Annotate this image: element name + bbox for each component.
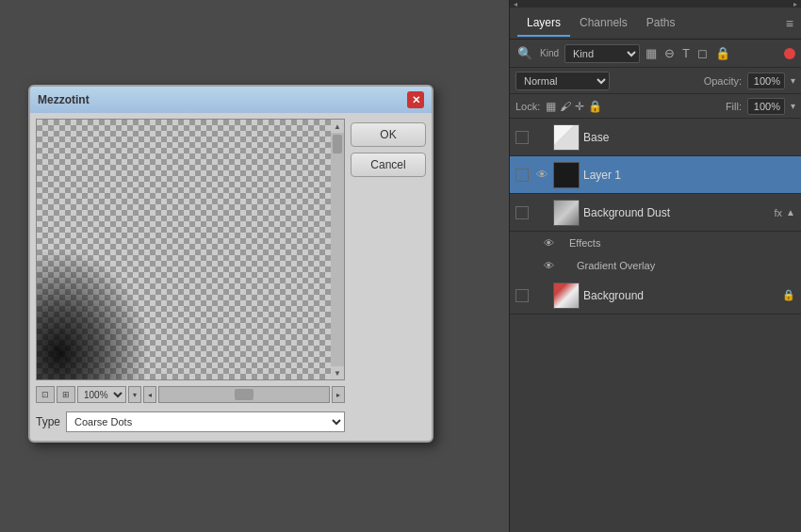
kind-select[interactable]: Kind: [564, 44, 640, 63]
lock-all-icon[interactable]: 🔒: [588, 100, 602, 113]
fill-label: Fill:: [726, 101, 742, 112]
status-dot: [784, 48, 795, 59]
lock-pixels-icon[interactable]: ▦: [546, 100, 556, 113]
opacity-label: Opacity:: [704, 75, 742, 87]
layer-checkbox-layer1[interactable]: [515, 169, 529, 182]
fill-chevron-icon[interactable]: ▾: [791, 101, 795, 111]
lock-position-icon[interactable]: ✛: [575, 100, 584, 113]
zoom-select[interactable]: 100% 50% 200%: [77, 386, 126, 403]
type-label: Type: [36, 415, 60, 428]
preview-vscrollbar: ▲ ▼: [331, 120, 344, 379]
layer-thumb-layer1: [553, 162, 580, 188]
dialog-title: Mezzotint: [38, 93, 401, 106]
layer-vis-layer1[interactable]: 👁: [534, 168, 549, 182]
lock-icons-group: ▦ 🖌 ✛ 🔒: [546, 100, 602, 113]
vscroll-down-button[interactable]: ▼: [331, 366, 344, 379]
sub-layer-effects[interactable]: 👁 Effects: [510, 232, 801, 254]
layer-fx-dust: fx: [775, 207, 783, 218]
vscroll-thumb[interactable]: [333, 135, 342, 153]
tab-channels[interactable]: Channels: [570, 10, 637, 37]
layer-item-dust[interactable]: Background Dust fx ▲: [510, 194, 801, 232]
lock-label: Lock:: [515, 101, 540, 112]
lock-paint-icon[interactable]: 🖌: [560, 100, 571, 113]
preview-canvas: ▲ ▼: [36, 119, 345, 380]
lock-row: Lock: ▦ 🖌 ✛ 🔒 Fill: ▾: [510, 94, 801, 119]
type-row: Type Coarse Dots Fine Dots Grain Coarse …: [36, 409, 345, 435]
layers-panel: ◂ ▸ Layers Channels Paths ≡ 🔍 Kind Kind …: [509, 0, 801, 532]
kind-label: Kind: [538, 47, 561, 59]
hscroll-thumb[interactable]: [235, 389, 253, 400]
kind-toolbar: 🔍 Kind Kind ▦ ⊖ T ◻ 🔒: [510, 40, 801, 68]
layer-item-layer1[interactable]: 👁 Layer 1: [510, 156, 801, 194]
panel-collapse-bar: ◂ ▸: [510, 0, 801, 8]
smart-icon[interactable]: 🔒: [713, 45, 732, 61]
layer-name-layer1: Layer 1: [583, 169, 795, 182]
zoom-down-arrow[interactable]: ▾: [128, 386, 141, 403]
layer-expand-icon[interactable]: ▲: [786, 207, 795, 218]
vscroll-track: [331, 133, 344, 366]
sub-layer-eye-icon[interactable]: 👁: [544, 237, 554, 249]
sub-layer-gradient-eye-icon[interactable]: 👁: [544, 260, 554, 271]
layer-name-background: Background: [583, 289, 778, 302]
layer-item-background[interactable]: Background 🔒: [510, 277, 801, 314]
layer-checkbox-dust[interactable]: [515, 206, 529, 219]
sub-layer-gradient-name: Gradient Overlay: [577, 260, 655, 271]
opacity-chevron-icon[interactable]: ▾: [791, 75, 795, 86]
hscroll-right-button[interactable]: ▸: [332, 386, 345, 403]
dialog-close-button[interactable]: ✕: [407, 91, 424, 108]
layer-thumb-base: [553, 124, 580, 151]
cancel-button[interactable]: Cancel: [351, 153, 426, 177]
layer-checkbox-background[interactable]: [515, 289, 529, 302]
layer-thumb-background: [553, 282, 580, 309]
type-icon[interactable]: T: [680, 45, 692, 61]
search-icon: 🔍: [515, 45, 534, 61]
layer-lock-bg-icon: 🔒: [782, 289, 795, 301]
layer-checkbox-base[interactable]: [515, 131, 529, 144]
dialog-titlebar: Mezzotint ✕: [30, 87, 432, 113]
hscroll-left-button[interactable]: ◂: [143, 386, 156, 403]
vscroll-up-button[interactable]: ▲: [331, 120, 344, 133]
dialog-buttons: OK Cancel: [351, 119, 426, 435]
panel-menu-icon[interactable]: ≡: [786, 16, 793, 31]
fill-input[interactable]: [747, 98, 785, 115]
blend-mode-select[interactable]: Normal: [515, 72, 610, 90]
sub-layer-gradient[interactable]: 👁 Gradient Overlay: [510, 254, 801, 277]
layer-name-base: Base: [583, 131, 795, 144]
type-select[interactable]: Coarse Dots Fine Dots Grain Coarse Grain…: [66, 411, 345, 432]
zoom-fit-button[interactable]: ⊡: [36, 386, 55, 403]
adjust-icon[interactable]: ⊖: [662, 45, 677, 61]
ok-button[interactable]: OK: [351, 122, 426, 147]
blend-row: Normal Opacity: ▾: [510, 68, 801, 94]
zoom-actual-button[interactable]: ⊞: [57, 386, 75, 403]
layer-name-dust: Background Dust: [583, 206, 771, 219]
preview-bottom-bar: ⊡ ⊞ 100% 50% 200% ▾ ◂ ▸: [36, 384, 345, 405]
shape-icon[interactable]: ◻: [695, 45, 710, 61]
layers-list: Base 👁 Layer 1 Background Dust fx ▲ 👁: [510, 119, 801, 532]
pixel-icon[interactable]: ▦: [644, 45, 659, 61]
sub-layer-effects-name: Effects: [569, 237, 600, 249]
layer-item-base[interactable]: Base: [510, 119, 801, 156]
panel-tabs: Layers Channels Paths ≡: [510, 8, 801, 40]
dialog-body: ▲ ▼ ⊡ ⊞ 100% 50% 200% ▾ ◂: [30, 113, 432, 441]
preview-area: ▲ ▼ ⊡ ⊞ 100% 50% 200% ▾ ◂: [36, 119, 345, 435]
tab-paths[interactable]: Paths: [637, 10, 685, 37]
mezzotint-effect: [37, 248, 150, 379]
opacity-input[interactable]: [747, 73, 785, 89]
mezzotint-dialog: Mezzotint ✕ ▲ ▼ ⊡: [28, 85, 433, 443]
layer-thumb-dust: [553, 200, 580, 226]
hscroll-track: [158, 386, 330, 403]
tab-layers[interactable]: Layers: [517, 10, 570, 37]
